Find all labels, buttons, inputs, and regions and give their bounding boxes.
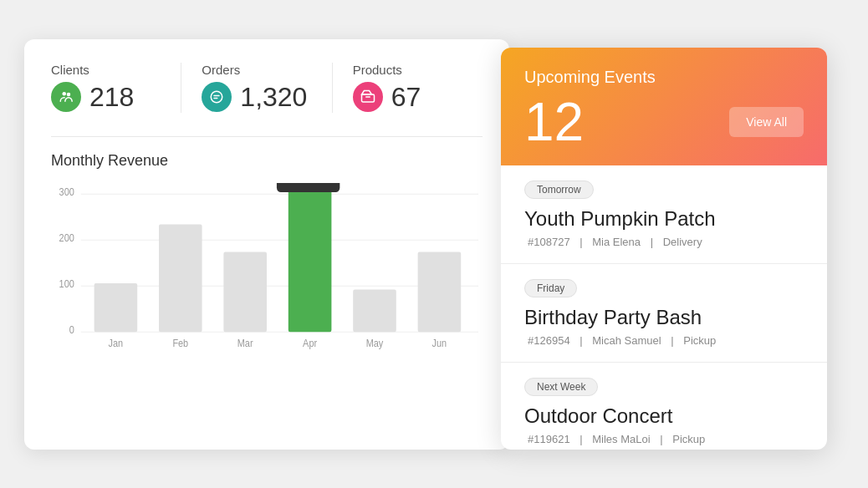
event-person-2: Miles MaLoi xyxy=(592,433,650,445)
stat-orders-label: Orders xyxy=(202,63,311,77)
svg-rect-12 xyxy=(94,283,138,332)
svg-point-2 xyxy=(212,91,223,103)
event-sep-1a: | xyxy=(580,334,585,347)
stat-clients-label: Clients xyxy=(51,63,161,77)
event-sep-1b: | xyxy=(671,334,677,347)
svg-text:May: May xyxy=(366,338,384,348)
event-group-nextweek: Next Week Outdoor Concert #119621 | Mile… xyxy=(501,362,827,450)
event-sep-0a: | xyxy=(580,236,585,248)
stat-clients: Clients 218 xyxy=(51,63,181,113)
svg-point-0 xyxy=(63,92,67,96)
event-person-1: Micah Samuel xyxy=(592,334,661,347)
right-card: Upcoming Events 12 View All Tomorrow You… xyxy=(501,48,827,450)
chart-svg: 300 200 100 0 xyxy=(51,183,483,367)
event-group-tomorrow: Tomorrow Youth Pumpkin Patch #108727 | M… xyxy=(501,165,827,263)
stat-orders-value: 1,320 xyxy=(240,82,307,113)
event-id-0: #108727 xyxy=(528,236,570,248)
events-count: 12 xyxy=(524,95,584,149)
event-person-0: Mia Elena xyxy=(592,236,641,248)
stat-clients-value: 218 xyxy=(89,82,134,113)
revenue-title: Monthly Revenue xyxy=(51,152,483,170)
events-header-title: Upcoming Events xyxy=(524,68,804,87)
event-meta-1: #126954 | Micah Samuel | Pickup xyxy=(524,334,804,362)
svg-text:0: 0 xyxy=(69,325,74,336)
event-meta-2: #119621 | Miles MaLoi | Pickup xyxy=(524,433,804,450)
app-container: Clients 218 Orders xyxy=(24,39,844,450)
event-sep-2a: | xyxy=(580,433,585,445)
svg-text:200: 200 xyxy=(59,233,74,244)
event-name-2: Outdoor Concert xyxy=(524,404,804,428)
event-day-badge-friday: Friday xyxy=(524,279,577,297)
svg-rect-13 xyxy=(159,225,202,333)
svg-rect-18 xyxy=(277,183,340,192)
svg-text:Jun: Jun xyxy=(432,338,447,348)
event-sep-2b: | xyxy=(660,433,666,445)
events-header-bottom: 12 View All xyxy=(524,95,804,149)
svg-text:Feb: Feb xyxy=(172,338,188,348)
events-header: Upcoming Events 12 View All xyxy=(501,48,827,165)
event-day-badge-nextweek: Next Week xyxy=(524,378,598,396)
svg-text:Jan: Jan xyxy=(109,338,124,348)
svg-rect-15 xyxy=(288,185,332,332)
event-day-badge-tomorrow: Tomorrow xyxy=(524,180,594,199)
stat-products-value: 67 xyxy=(391,82,421,113)
event-name-1: Birthday Party Bash xyxy=(524,306,804,329)
orders-icon xyxy=(202,82,232,112)
stat-products-label: Products xyxy=(353,63,462,77)
svg-text:300: 300 xyxy=(59,187,74,198)
event-sep-0b: | xyxy=(651,236,656,248)
products-icon xyxy=(353,82,383,112)
svg-text:Apr: Apr xyxy=(303,338,317,348)
svg-text:100: 100 xyxy=(59,279,74,290)
stats-row: Clients 218 Orders xyxy=(51,63,483,113)
event-id-2: #119621 xyxy=(528,433,570,445)
svg-point-1 xyxy=(67,93,71,97)
event-id-1: #126954 xyxy=(528,334,570,347)
svg-rect-3 xyxy=(361,94,374,102)
events-list: Tomorrow Youth Pumpkin Patch #108727 | M… xyxy=(501,165,827,450)
event-group-friday: Friday Birthday Party Bash #126954 | Mic… xyxy=(501,263,827,362)
event-type-1: Pickup xyxy=(683,334,716,347)
stat-orders: Orders 1,320 xyxy=(181,63,331,113)
svg-rect-16 xyxy=(353,290,396,333)
stats-divider xyxy=(51,136,483,138)
event-name-0: Youth Pumpkin Patch xyxy=(524,207,804,231)
stat-products: Products 67 xyxy=(332,63,483,113)
svg-text:Mar: Mar xyxy=(237,338,253,348)
svg-text:$8,390: $8,390 xyxy=(293,183,323,184)
svg-rect-14 xyxy=(223,252,267,333)
svg-rect-17 xyxy=(418,252,462,333)
left-card: Clients 218 Orders xyxy=(24,39,509,450)
event-type-2: Pickup xyxy=(672,433,705,445)
event-type-0: Delivery xyxy=(663,236,702,248)
event-meta-0: #108727 | Mia Elena | Delivery xyxy=(524,236,804,263)
clients-icon xyxy=(51,82,81,112)
monthly-revenue-chart: 300 200 100 0 xyxy=(51,183,483,367)
view-all-button[interactable]: View All xyxy=(729,107,804,137)
